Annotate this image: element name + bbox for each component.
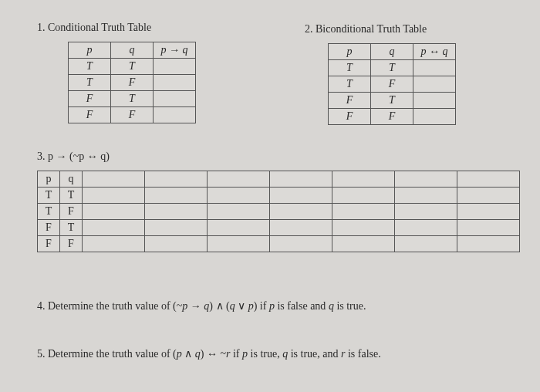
table-row: TF (329, 76, 456, 93)
col-blank (395, 171, 457, 188)
worksheet: 1. Conditional Truth Table p q p → q TT … (0, 0, 540, 43)
table-biconditional: p q p ↔ q TT TF FT FF (328, 43, 456, 125)
title-2: 2. Biconditional Truth Table (305, 23, 456, 35)
section-expression: 3. p → (~p ↔ q) p q TT TF FT FF (37, 150, 520, 252)
section-conditional: 1. Conditional Truth Table p q p → q TT … (37, 22, 196, 123)
table-row: TT (69, 59, 196, 75)
table-header: p q (38, 171, 520, 188)
table-conditional: p q p → q TT TF FT FF (68, 42, 196, 123)
table-header: p q p → q (69, 42, 196, 59)
title-3: 3. p → (~p ↔ q) (37, 150, 520, 163)
table-row: TF (38, 204, 520, 220)
col-blank (332, 171, 395, 188)
table-row: FF (69, 107, 196, 123)
col-q: q (111, 42, 154, 59)
col-blank (457, 171, 520, 188)
question-4: 4. Determine the truth value of (~p → q)… (37, 299, 508, 313)
col-q: q (60, 171, 83, 188)
table-expression: p q TT TF FT FF (37, 171, 520, 252)
table-row: TT (38, 188, 520, 204)
table-row: FF (329, 109, 456, 125)
col-p: p (69, 42, 111, 59)
section-biconditional: 2. Biconditional Truth Table p q p ↔ q T… (305, 23, 456, 125)
col-blank (208, 171, 270, 188)
col-blank (145, 171, 208, 188)
table-header: p q p ↔ q (329, 44, 456, 60)
table-row: FF (38, 236, 520, 252)
title-1: 1. Conditional Truth Table (37, 22, 196, 34)
table-row: FT (38, 220, 520, 236)
question-5: 5. Determine the truth value of (p ∧ q) … (37, 347, 508, 360)
table-row: TF (69, 75, 196, 91)
col-q: q (371, 44, 413, 60)
col-p: p (329, 44, 371, 60)
col-blank (83, 171, 145, 188)
col-result: p → q (154, 42, 196, 59)
col-result: p ↔ q (413, 44, 456, 60)
table-row: FT (69, 91, 196, 107)
table-row: TT (329, 60, 456, 76)
col-blank (270, 171, 332, 188)
table-row: FT (329, 93, 456, 109)
col-p: p (38, 171, 60, 188)
